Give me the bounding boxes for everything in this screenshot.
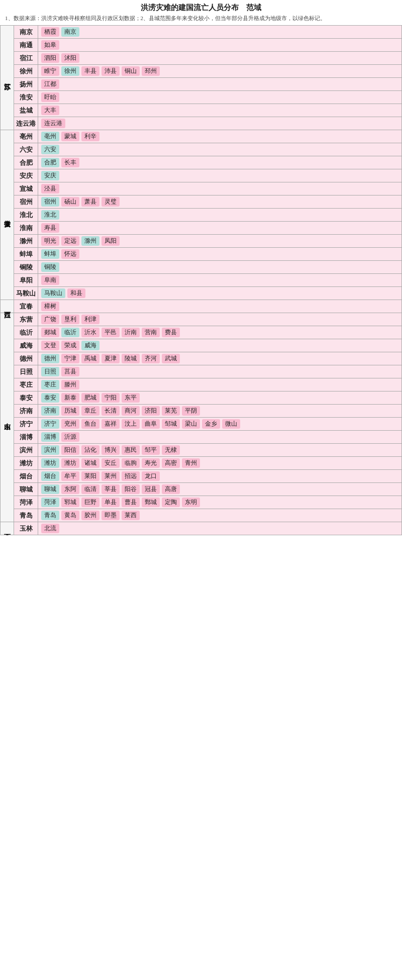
county-tag: 鄄城 (142, 498, 160, 507)
county-tag: 烟台 (41, 471, 59, 481)
county-tag: 铜山 (122, 66, 140, 76)
county-tag: 梁山 (182, 419, 200, 429)
note: 1、数据来源：洪涝灾难映寻根察组同及行政区划数据；2、县城范围多年来变化较小，但… (0, 14, 402, 25)
prefecture-cell: 日照 (14, 365, 38, 378)
county-tag: 高密 (162, 458, 180, 468)
counties-cell: 樟树 (38, 300, 402, 313)
county-tag: 灵璧 (102, 197, 120, 207)
county-tag: 即墨 (102, 511, 120, 520)
county-tag: 合肥 (41, 158, 59, 167)
table-row: 六安六安 (1, 143, 402, 156)
county-tag: 日照 (41, 367, 59, 376)
county-tag: 如皋 (41, 40, 59, 50)
table-row: 盐城大丰 (1, 104, 402, 117)
county-tag: 曲阜 (142, 419, 160, 429)
prefecture-cell: 滨州 (14, 444, 38, 457)
county-tag: 武城 (162, 354, 180, 363)
counties-cell: 睢宁徐州丰县沛县铜山邳州 (38, 65, 402, 78)
county-tag: 平阴 (182, 406, 200, 416)
county-tag: 博兴 (102, 445, 120, 455)
table-row: 江苏南京栖霞南京 (1, 26, 402, 39)
county-tag: 宁阳 (102, 393, 120, 403)
county-tag: 曹县 (122, 498, 140, 507)
counties-cell: 六安 (38, 143, 402, 156)
prefecture-cell: 滁州 (14, 235, 38, 248)
prefecture-cell: 威海 (14, 339, 38, 352)
county-tag: 宁津 (61, 354, 79, 363)
province-cell: 安徽 (1, 130, 14, 300)
county-tag: 安丘 (102, 458, 120, 468)
counties-cell: 青岛黄岛胶州即墨莱西 (38, 509, 402, 522)
county-tag: 嘉祥 (102, 419, 120, 429)
county-tag: 商河 (122, 406, 140, 416)
county-tag: 莘县 (102, 484, 120, 494)
prefecture-cell: 淮南 (14, 222, 38, 235)
prefecture-cell: 盐城 (14, 104, 38, 117)
county-tag: 樟树 (41, 302, 59, 311)
county-tag: 亳州 (41, 132, 59, 141)
table-row: 淮北淮北 (1, 209, 402, 222)
counties-cell: 宿州砀山萧县灵璧 (38, 195, 402, 209)
county-tag: 沂源 (61, 432, 79, 442)
counties-cell: 连云港 (38, 117, 402, 130)
counties-cell: 淮北 (38, 209, 402, 222)
counties-cell: 泰安新泰肥城宁阳东平 (38, 391, 402, 405)
county-tag: 盱眙 (41, 92, 59, 102)
county-tag: 栖霞 (41, 27, 59, 37)
counties-cell: 枣庄滕州 (38, 378, 402, 391)
table-row: 滨州滨州阳信沾化博兴惠民邹平无棣 (1, 444, 402, 457)
county-tag: 蚌埠 (41, 249, 59, 259)
county-tag: 沾化 (81, 445, 99, 455)
table-row: 扬州江都 (1, 78, 402, 91)
county-tag: 邳州 (142, 66, 160, 76)
counties-cell: 广饶垦利利津 (38, 313, 402, 326)
prefecture-cell: 南京 (14, 26, 38, 39)
county-tag: 冠县 (142, 484, 160, 494)
table-row: 宣城泾县 (1, 182, 402, 195)
county-tag: 安庆 (41, 171, 59, 180)
prefecture-cell: 潍坊 (14, 457, 38, 470)
county-tag: 胶州 (81, 511, 99, 520)
table-row: 淮安盱眙 (1, 91, 402, 104)
table-row: 淮南寿县 (1, 222, 402, 235)
prefecture-cell: 淮北 (14, 209, 38, 222)
county-tag: 阳信 (61, 445, 79, 455)
county-tag: 北流 (41, 524, 59, 533)
county-tag: 齐河 (142, 354, 160, 363)
county-tag: 莱州 (102, 471, 120, 481)
prefecture-cell: 蚌埠 (14, 248, 38, 261)
counties-cell: 泾县 (38, 182, 402, 195)
counties-cell: 如皋 (38, 39, 402, 52)
county-tag: 潍坊 (61, 458, 79, 468)
county-tag: 泰安 (41, 393, 59, 403)
county-tag: 高唐 (162, 484, 180, 494)
prefecture-cell: 宿州 (14, 195, 38, 209)
county-tag: 沂水 (81, 328, 99, 337)
county-tag: 临清 (81, 484, 99, 494)
county-tag: 邹城 (162, 419, 180, 429)
county-tag: 营南 (142, 328, 160, 337)
county-tag: 长丰 (61, 158, 79, 167)
county-tag: 广饶 (41, 315, 59, 324)
prefecture-cell: 济南 (14, 405, 38, 418)
counties-cell: 淄博沂源 (38, 431, 402, 444)
county-tag: 砀山 (61, 197, 79, 207)
prefecture-cell: 玉林 (14, 522, 38, 535)
prefecture-cell: 菏泽 (14, 496, 38, 509)
county-tag: 长清 (102, 406, 120, 416)
county-tag: 禹城 (81, 354, 99, 363)
county-tag: 龙口 (142, 471, 160, 481)
county-tag: 费县 (162, 328, 180, 337)
counties-cell: 合肥长丰 (38, 156, 402, 169)
counties-cell: 烟台牟平莱阳莱州招远龙口 (38, 470, 402, 483)
counties-cell: 滨州阳信沾化博兴惠民邹平无棣 (38, 444, 402, 457)
counties-cell: 阜南 (38, 274, 402, 287)
table-row: 马鞍山马鞍山和县 (1, 287, 402, 300)
county-tag: 济阳 (142, 406, 160, 416)
table-row: 威海文登荣成威海 (1, 339, 402, 352)
province-cell: 广西 (1, 522, 14, 535)
county-tag: 微山 (222, 419, 240, 429)
county-tag: 滨州 (41, 445, 59, 455)
county-tag: 汶上 (122, 419, 140, 429)
table-row: 宿州宿州砀山萧县灵璧 (1, 195, 402, 209)
